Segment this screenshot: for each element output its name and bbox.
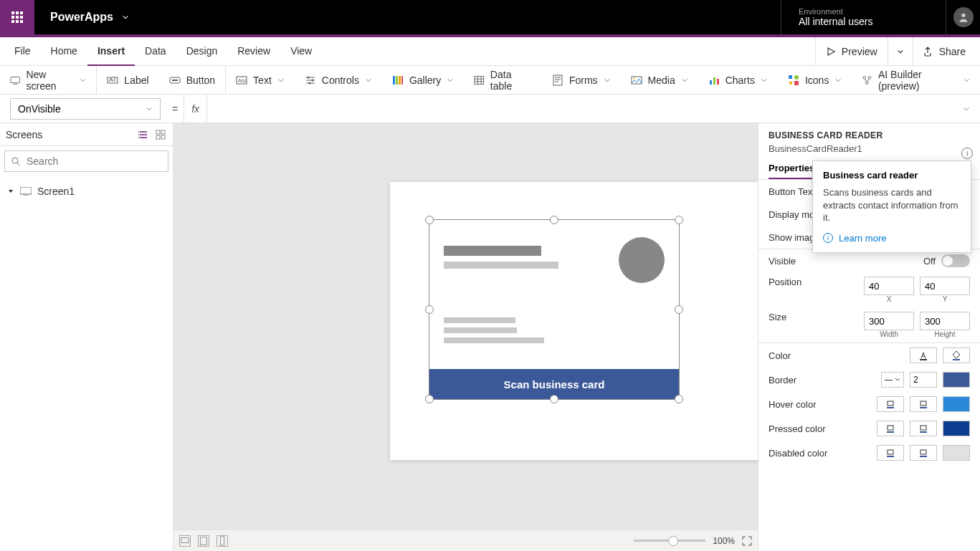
preview-button[interactable]: Preview	[815, 37, 888, 65]
ai-builder-icon	[862, 75, 872, 86]
tree-grid-icon[interactable]	[156, 130, 166, 140]
button-icon	[169, 75, 181, 86]
size-height-input[interactable]	[920, 312, 970, 330]
device-desktop-icon[interactable]	[179, 535, 191, 547]
placeholder-line	[444, 317, 515, 323]
prop-visible: Visible Off	[758, 249, 980, 272]
chevron-down-icon	[604, 77, 611, 84]
zoom-value: 100%	[713, 536, 735, 546]
tree-view: Screens Search Screen1	[0, 123, 173, 551]
ribbon-media[interactable]: Media	[621, 66, 698, 94]
pressed-text-color[interactable]	[877, 421, 904, 436]
menu-insert[interactable]: Insert	[87, 37, 135, 66]
account-button[interactable]	[946, 0, 980, 34]
menu-design[interactable]: Design	[176, 37, 228, 66]
menu-review[interactable]: Review	[227, 37, 280, 66]
svg-point-0	[961, 14, 965, 17]
preview-dropdown[interactable]	[888, 37, 913, 65]
prop-size: Size Width Height	[758, 307, 980, 342]
info-icon: i	[823, 233, 833, 243]
position-x-input[interactable]	[864, 277, 914, 295]
ribbon-ai-builder[interactable]: AI Builder (preview)	[852, 66, 980, 94]
disabled-text-color[interactable]	[877, 445, 904, 461]
ribbon-controls[interactable]: Controls	[295, 66, 382, 94]
svg-point-7	[307, 76, 309, 78]
card-preview	[437, 227, 672, 345]
svg-rect-19	[713, 77, 715, 85]
environment-picker[interactable]: Environment All internal users	[781, 0, 946, 34]
share-button[interactable]: Share	[913, 37, 976, 65]
resize-handle[interactable]	[675, 216, 683, 224]
app-launcher[interactable]	[0, 0, 34, 34]
canvas[interactable]: Scan business card	[173, 123, 758, 530]
formula-bar: OnVisible = fx	[0, 95, 980, 123]
border-color-swatch[interactable]	[943, 372, 970, 388]
position-x-label: X	[864, 295, 914, 303]
menu-file[interactable]: File	[4, 37, 41, 66]
menu-view[interactable]: View	[280, 37, 322, 66]
tab-properties[interactable]: Properties	[769, 163, 814, 179]
avatar-icon	[953, 7, 974, 27]
collapse-icon[interactable]	[7, 188, 14, 195]
ribbon-gallery[interactable]: Gallery	[382, 66, 464, 94]
ribbon-charts[interactable]: Charts	[698, 66, 778, 94]
size-width-input[interactable]	[864, 312, 914, 330]
tree-header-label: Screens	[6, 129, 42, 140]
svg-point-29	[138, 137, 139, 138]
ribbon-icons[interactable]: Icons	[778, 66, 852, 94]
tree-list-icon[interactable]	[138, 130, 148, 140]
svg-rect-20	[717, 79, 719, 85]
position-y-input[interactable]	[920, 277, 970, 295]
disabled-fill-color[interactable]	[910, 445, 937, 461]
ribbon-text[interactable]: Abc Text	[226, 66, 295, 94]
svg-rect-52	[920, 456, 927, 457]
ribbon-forms[interactable]: Forms	[542, 66, 621, 94]
chevron-down-icon	[963, 105, 970, 112]
fill-color-button[interactable]	[943, 348, 970, 363]
resize-handle[interactable]	[425, 395, 434, 403]
tooltip-learn-more-link[interactable]: i Learn more	[823, 233, 961, 244]
menu-data[interactable]: Data	[135, 37, 176, 66]
tree-item-screen1[interactable]: Screen1	[0, 181, 173, 202]
formula-input[interactable]	[207, 95, 953, 123]
visible-toggle[interactable]	[941, 254, 970, 267]
device-phone-icon[interactable]	[217, 535, 228, 547]
hover-border-color[interactable]	[943, 396, 970, 412]
svg-rect-41	[888, 401, 893, 406]
resize-handle[interactable]	[550, 395, 558, 403]
prop-disabled-color: Disabled color	[758, 441, 980, 465]
ribbon-new-screen[interactable]: New screen	[0, 66, 97, 94]
resize-handle[interactable]	[675, 305, 683, 314]
info-icon[interactable]: i	[961, 148, 973, 159]
resize-handle[interactable]	[425, 305, 434, 314]
hover-fill-color[interactable]	[910, 396, 937, 412]
zoom-slider[interactable]	[634, 540, 705, 542]
pressed-border-color[interactable]	[943, 421, 970, 436]
property-selector[interactable]: OnVisible	[10, 98, 161, 120]
scan-button-label: Scan business card	[504, 378, 605, 391]
business-card-reader-control[interactable]: Scan business card	[429, 219, 680, 400]
fullscreen-icon[interactable]	[742, 536, 752, 546]
resize-handle[interactable]	[425, 216, 434, 224]
border-style-select[interactable]	[881, 372, 904, 388]
menu-home[interactable]: Home	[41, 37, 87, 66]
border-width-input[interactable]	[910, 372, 937, 388]
tree-search-input[interactable]: Search	[4, 150, 168, 172]
resize-handle[interactable]	[675, 395, 683, 403]
app-name[interactable]: PowerApps	[34, 0, 145, 34]
formula-expand[interactable]	[953, 105, 980, 112]
disabled-border-color[interactable]	[943, 445, 970, 461]
svg-text:Abc: Abc	[238, 78, 247, 83]
tooltip-title: Business card reader	[823, 170, 961, 181]
device-tablet-icon[interactable]	[198, 535, 209, 547]
pressed-fill-color[interactable]	[910, 421, 937, 436]
resize-handle[interactable]	[550, 216, 558, 224]
hover-text-color[interactable]	[877, 396, 904, 412]
text-color-button[interactable]	[910, 348, 937, 363]
ribbon-button[interactable]: Button	[159, 66, 226, 94]
ribbon-datatable[interactable]: Data table	[464, 66, 542, 94]
size-height-label: Height	[920, 330, 970, 338]
fx-icon: fx	[184, 95, 207, 123]
ribbon-label[interactable]: Label	[97, 66, 158, 94]
svg-rect-51	[920, 450, 926, 454]
